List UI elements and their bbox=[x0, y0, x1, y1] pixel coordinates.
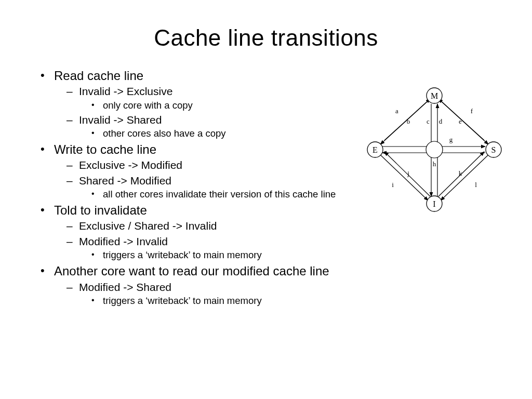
bullet-text: only core with a copy bbox=[103, 100, 193, 111]
bullet-text: Shared -> Modified bbox=[79, 175, 171, 187]
list-item: Exclusive / Shared -> Invalid bbox=[66, 219, 522, 233]
edge-label: c bbox=[427, 117, 430, 125]
bullet-text: all other cores invalidate their version… bbox=[103, 189, 336, 200]
svg-line-4 bbox=[380, 155, 428, 201]
bullet-text: other cores also have a copy bbox=[103, 128, 226, 139]
edge-label: g bbox=[449, 136, 453, 143]
bullet-text: Exclusive -> Modified bbox=[79, 159, 182, 171]
slide-title: Cache line transitions bbox=[0, 0, 532, 68]
list-item: Modified -> Shared triggers a ‘writeback… bbox=[66, 280, 522, 308]
bullet-text: Invalid -> Shared bbox=[79, 114, 162, 126]
edge-label: j bbox=[407, 169, 409, 177]
list-item: Modified -> Invalid triggers a ‘writebac… bbox=[66, 234, 522, 262]
bullet-text: Modified -> Shared bbox=[79, 281, 171, 293]
svg-line-6 bbox=[441, 155, 488, 201]
list-item: triggers a ‘writeback’ to main memory bbox=[91, 249, 522, 262]
edge-label: l bbox=[475, 181, 477, 189]
bullet-text: Another core want to read our modified c… bbox=[54, 264, 329, 278]
bullet-text: Write to cache line bbox=[54, 142, 156, 156]
bullet-text: Read cache line bbox=[54, 69, 143, 83]
bullet-text: Told to invalidate bbox=[54, 203, 147, 217]
edge-label: e bbox=[459, 117, 462, 125]
bullet-text: Invalid -> Exclusive bbox=[79, 85, 172, 97]
list-item: triggers a ‘writeback’ to main memory bbox=[91, 295, 522, 308]
edge-label: h bbox=[433, 160, 436, 168]
node-e: E bbox=[373, 145, 378, 154]
state-diagram: M E S I a b c d e f g h i j k l bbox=[356, 83, 512, 218]
bullet-text: triggers a ‘writeback’ to main memory bbox=[103, 249, 262, 260]
edge-label: b bbox=[407, 117, 410, 125]
bullet-text: Exclusive / Shared -> Invalid bbox=[79, 220, 217, 232]
edge-label: a bbox=[395, 107, 398, 115]
bullet-text: triggers a ‘writeback’ to main memory bbox=[103, 295, 262, 306]
list-item: Another core want to read our modified c… bbox=[41, 263, 522, 308]
edge-label: d bbox=[439, 117, 443, 125]
node-s: S bbox=[491, 145, 496, 154]
edge-label: f bbox=[471, 107, 473, 115]
edge-label: i bbox=[392, 181, 394, 189]
node-i: I bbox=[433, 200, 435, 208]
bullet-text: Modified -> Invalid bbox=[79, 235, 168, 247]
node-m: M bbox=[431, 91, 438, 100]
svg-point-12 bbox=[426, 141, 443, 158]
edge-label: k bbox=[459, 169, 462, 177]
